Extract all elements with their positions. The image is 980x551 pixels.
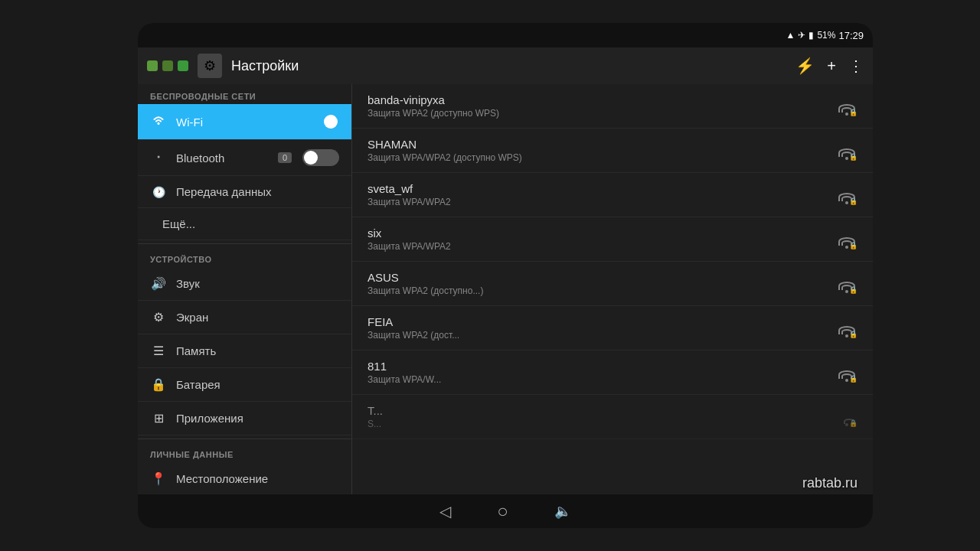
sidebar: БЕСПРОВОДНЫЕ СЕТИ Wi-Fi ⬞	[138, 84, 352, 494]
network-name-3: six	[368, 227, 836, 240]
settings-icon: ⚙	[198, 54, 222, 78]
nav-bar: ◁ ○ 🔈	[138, 494, 873, 528]
wifi-toggle[interactable]	[302, 113, 339, 130]
network-item-1[interactable]: SHAMAN Защита WPA/WPA2 (доступно WPS) 🔒	[352, 129, 873, 173]
volume-button[interactable]: 🔈	[554, 503, 571, 520]
network-item-0[interactable]: banda-vinipyxa Защита WPA2 (доступно WPS…	[352, 84, 873, 129]
wifi-signal-2: 🔒	[836, 186, 858, 204]
flight-icon: ✈	[798, 30, 805, 41]
network-name-7: T...	[368, 404, 836, 417]
memory-icon: ☰	[150, 344, 167, 358]
wifi-signal-0: 🔒	[836, 97, 858, 116]
network-info-0: banda-vinipyxa Защита WPA2 (доступно WPS…	[368, 93, 836, 119]
sidebar-item-battery[interactable]: 🔒 Батарея	[138, 368, 351, 402]
top-bar-actions: ⚡ + ⋮	[795, 57, 864, 75]
wifi-signal-1: 🔒	[836, 142, 858, 160]
network-security-6: Защита WPA/W...	[368, 374, 836, 385]
wifi-status-icon: ▲	[786, 30, 795, 41]
wifi-label: Wi-Fi	[176, 116, 293, 129]
battery-percent: 51%	[817, 30, 835, 41]
battery-sidebar-icon: 🔒	[150, 377, 167, 392]
window-dot-3	[178, 60, 188, 71]
sidebar-item-screen[interactable]: ⚙ Экран	[138, 301, 351, 334]
status-bar: ▲ ✈ ▮ 51% 17:29	[138, 23, 873, 47]
network-item-3[interactable]: six Защита WPA/WPA2 🔒	[352, 217, 873, 262]
more-label: Ещё...	[162, 217, 339, 230]
memory-label: Память	[176, 344, 339, 357]
bluetooth-icon: ⬞	[150, 151, 167, 165]
network-security-1: Защита WPA/WPA2 (доступно WPS)	[368, 152, 836, 163]
network-security-0: Защита WPA2 (доступно WPS)	[368, 108, 836, 119]
sidebar-item-more[interactable]: Ещё...	[138, 208, 351, 240]
wifi-signal-6: 🔒	[836, 364, 858, 382]
network-info-1: SHAMAN Защита WPA/WPA2 (доступно WPS)	[368, 138, 836, 163]
sound-icon: 🔊	[150, 276, 167, 291]
apps-icon: ⊞	[150, 411, 167, 425]
page-title: Настройки	[231, 58, 789, 74]
add-icon[interactable]: +	[827, 57, 836, 75]
data-icon: 🕐	[150, 186, 167, 198]
network-item-2[interactable]: sveta_wf Защита WPA/WPA2 🔒	[352, 173, 873, 217]
network-item-4[interactable]: ASUS Защита WPA2 (доступно...) 🔒	[352, 262, 873, 306]
network-security-5: Защита WPA2 (дост...	[368, 330, 836, 341]
network-item-5[interactable]: FEIA Защита WPA2 (дост... 🔒	[352, 306, 873, 350]
network-info-3: six Защита WPA/WPA2	[368, 227, 836, 252]
network-name-0: banda-vinipyxa	[368, 93, 836, 106]
window-controls	[147, 60, 188, 71]
section-personal: ЛИЧНЫЕ ДАННЫЕ	[138, 442, 351, 462]
section-device: УСТРОЙСТВО	[138, 247, 351, 267]
network-name-6: 811	[368, 360, 836, 373]
status-time: 17:29	[838, 30, 864, 41]
bluetooth-badge: 0	[278, 152, 292, 163]
network-security-7: S...	[368, 419, 836, 429]
sidebar-item-bluetooth[interactable]: ⬞ Bluetooth 0	[138, 140, 351, 176]
network-name-5: FEIA	[368, 315, 836, 328]
status-icons: ▲ ✈ ▮ 51% 17:29	[786, 30, 864, 41]
main-content: БЕСПРОВОДНЫЕ СЕТИ Wi-Fi ⬞	[138, 84, 873, 494]
network-info-5: FEIA Защита WPA2 (дост...	[368, 315, 836, 341]
bluetooth-label: Bluetooth	[176, 152, 269, 165]
screen-icon: ⚙	[150, 310, 167, 324]
network-info-2: sveta_wf Защита WPA/WPA2	[368, 182, 836, 207]
network-item-6[interactable]: 811 Защита WPA/W... 🔒	[352, 350, 873, 395]
network-item-7[interactable]: T... S... 🔒	[352, 395, 873, 439]
network-security-4: Защита WPA2 (доступно...)	[368, 285, 836, 296]
sidebar-item-apps[interactable]: ⊞ Приложения	[138, 402, 351, 435]
sidebar-item-sound[interactable]: 🔊 Звук	[138, 267, 351, 301]
sidebar-item-wifi[interactable]: Wi-Fi	[138, 104, 351, 140]
apps-label: Приложения	[176, 412, 339, 425]
svg-point-0	[158, 122, 160, 125]
watermark: rabtab.ru	[802, 475, 858, 491]
network-name-1: SHAMAN	[368, 138, 836, 151]
wifi-signal-7: 🔒	[836, 408, 858, 426]
back-button[interactable]: ◁	[439, 502, 451, 520]
section-wireless: БЕСПРОВОДНЫЕ СЕТИ	[138, 84, 351, 104]
home-button[interactable]: ○	[497, 500, 508, 522]
top-bar: ⚙ Настройки ⚡ + ⋮	[138, 47, 873, 84]
window-dot-1	[147, 60, 158, 71]
sidebar-item-memory[interactable]: ☰ Память	[138, 334, 351, 368]
wifi-signal-3: 🔒	[836, 230, 858, 249]
location-label: Местоположение	[176, 472, 339, 485]
bluetooth-toggle[interactable]	[302, 149, 339, 166]
network-security-3: Защита WPA/WPA2	[368, 241, 836, 252]
window-dot-2	[162, 60, 173, 71]
location-icon: 📍	[150, 471, 167, 486]
network-name-2: sveta_wf	[368, 182, 836, 195]
battery-label: Батарея	[176, 378, 339, 391]
data-label: Передача данных	[176, 185, 339, 198]
divider-2	[138, 439, 351, 439]
sidebar-item-location[interactable]: 📍 Местоположение	[138, 462, 351, 494]
wifi-signal-5: 🔒	[836, 319, 858, 337]
bolt-icon[interactable]: ⚡	[795, 57, 815, 75]
wifi-signal-4: 🔒	[836, 275, 858, 293]
screen-label: Экран	[176, 311, 339, 324]
sound-label: Звук	[176, 277, 339, 290]
wifi-panel: banda-vinipyxa Защита WPA2 (доступно WPS…	[352, 84, 873, 494]
more-menu-icon[interactable]: ⋮	[848, 57, 864, 75]
network-info-7: T... S...	[368, 404, 836, 429]
network-security-2: Защита WPA/WPA2	[368, 197, 836, 207]
sidebar-item-data[interactable]: 🕐 Передача данных	[138, 176, 351, 208]
network-info-6: 811 Защита WPA/W...	[368, 360, 836, 385]
network-name-4: ASUS	[368, 271, 836, 284]
